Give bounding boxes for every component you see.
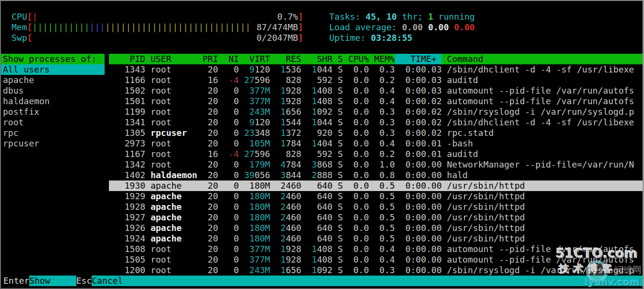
header-pri[interactable]: PRI — [197, 54, 218, 64]
cell-mem-percent: 0.4 — [369, 138, 395, 149]
process-row[interactable]: 2973 root 20 0 105M 1784 1404 S 0.0 0.4 … — [109, 138, 643, 149]
cell-state: S — [333, 159, 343, 170]
cell-state: S — [333, 96, 343, 107]
cell-pid: 2973 — [109, 138, 145, 149]
cell-mem-percent: 0.2 — [369, 149, 395, 159]
function-bar-item[interactable]: EnterShow — [1, 276, 76, 286]
process-row[interactable]: 1166 root 16 -4 27596 828 592 S 0.0 0.2 … — [109, 75, 643, 85]
user-item-label: rpcuser — [3, 138, 39, 148]
user-filter-item[interactable]: root — [1, 117, 105, 128]
user-filter-item[interactable]: postfix — [1, 107, 105, 117]
cell-command: automount --pid-file /var/run/autofs — [441, 244, 643, 254]
header-time-sort-active[interactable]: TIME+ — [395, 54, 442, 64]
user-filter-item[interactable]: dbus — [1, 85, 105, 96]
cell-pid: 1508 — [109, 244, 145, 254]
process-row[interactable]: 1924 apache 20 0 180M 2460 640 S 0.0 0.5… — [109, 233, 643, 244]
cell-pid: 1502 — [109, 85, 145, 96]
cell-command: /usr/sbin/httpd — [441, 181, 643, 191]
process-row[interactable]: 1501 root 20 0 377M 1928 1408 S 0.0 0.4 … — [109, 96, 643, 107]
process-row[interactable]: 1199 root 20 0 243M 1656 1092 S 0.0 0.3 … — [109, 107, 643, 117]
swap-meter-open-bracket: [ — [27, 33, 33, 43]
header-pid[interactable]: PID — [109, 54, 145, 64]
cell-res: 4784 — [270, 159, 301, 170]
header-cpu-percent[interactable]: CPU% — [343, 54, 369, 64]
cell-shr: 2888 — [301, 170, 333, 181]
cell-pri: 20 — [197, 138, 218, 149]
user-filter-item[interactable]: All users — [1, 64, 105, 75]
process-row[interactable]: 1929 apache 20 0 180M 2460 640 S 0.0 0.5… — [109, 191, 643, 202]
header-shr[interactable]: SHR — [301, 54, 333, 64]
user-filter-item[interactable]: apache — [1, 75, 105, 85]
uptime-value: 03:28:55 — [371, 33, 413, 43]
process-row[interactable]: 1508 root 20 0 377M 1928 1408 S 0.0 0.4 … — [109, 244, 643, 254]
cell-time: 0:00.00 — [395, 212, 442, 223]
cell-command: NetworkManager --pid-file=/var/run/N — [441, 159, 643, 170]
header-command[interactable]: Command — [441, 54, 643, 64]
process-table-body: 1343 root 20 0 9120 1536 1044 S 0.0 0.3 … — [109, 64, 643, 276]
cell-state: S — [333, 181, 343, 191]
cell-pri: 20 — [197, 107, 218, 117]
user-filter-item[interactable]: haldaemon — [1, 96, 105, 107]
process-row[interactable]: 1928 apache 20 0 180M 2460 640 S 0.0 0.5… — [109, 202, 643, 212]
cell-mem-percent: 0.3 — [369, 265, 395, 276]
process-row[interactable]: 1930 apache 20 0 180M 2460 640 S 0.0 0.5… — [109, 181, 643, 191]
header-virt[interactable]: VIRT — [239, 54, 270, 64]
tasks-thr-label: thr; — [397, 12, 428, 22]
process-row[interactable]: 1342 root 20 0 179M 4784 3868 S 0.0 1.0 … — [109, 159, 643, 170]
cpu-meter-close-bracket: ] — [298, 12, 303, 22]
process-row[interactable]: 1343 root 20 0 9120 1536 1044 S 0.0 0.3 … — [109, 64, 643, 75]
swap-meter-label: Swp — [12, 33, 27, 43]
mem-meter-bar: ||||||||||||||||||||||||||||||||||||||||… — [32, 22, 298, 33]
cell-time: 0:00.03 — [395, 75, 442, 85]
process-row[interactable]: 1926 apache 20 0 180M 2460 640 S 0.0 0.5… — [109, 223, 643, 233]
cell-res: 1928 — [270, 85, 301, 96]
mem-meter-open-bracket: [ — [27, 22, 33, 33]
header-res[interactable]: RES — [270, 54, 301, 64]
cpu-meter-bar: |0.7% — [32, 12, 298, 22]
process-row[interactable]: 1200 root 20 0 243M 1656 1092 S 0.0 0.3 … — [109, 265, 643, 276]
user-item-label: haldaemon — [3, 96, 50, 106]
header-mem-percent[interactable]: MEM% — [369, 54, 395, 64]
swap-meter-value: 0/2047MB — [256, 33, 298, 43]
cell-user: rpcuser — [145, 128, 197, 138]
cell-res: 2460 — [270, 212, 301, 223]
cell-user: root — [145, 96, 197, 107]
header-ni[interactable]: NI — [218, 54, 239, 64]
cell-virt: 23348 — [239, 128, 270, 138]
cell-mem-percent: 0.4 — [369, 85, 395, 96]
process-row[interactable]: 1305 rpcuser 20 0 23348 1372 920 S 0.0 0… — [109, 128, 643, 138]
process-row[interactable]: 1341 root 20 0 9120 1544 1044 S 0.0 0.3 … — [109, 117, 643, 128]
process-row[interactable]: 1502 root 20 0 377M 1928 1408 S 0.0 0.4 … — [109, 85, 643, 96]
cell-shr: 1092 — [301, 107, 333, 117]
cell-pri: 20 — [197, 96, 218, 107]
cell-user: haldaemon — [145, 170, 197, 181]
cell-ni: 0 — [218, 212, 239, 223]
cell-res: 1372 — [270, 128, 301, 138]
user-item-label: root — [3, 117, 24, 127]
user-filter-item[interactable]: rpc — [1, 128, 105, 138]
cell-virt: 27596 — [239, 75, 270, 85]
cell-time: 0:00.01 — [395, 138, 442, 149]
user-filter-item[interactable]: rpcuser — [1, 138, 105, 149]
header-state[interactable]: S — [333, 54, 343, 64]
process-row[interactable]: 1167 root 16 -4 27596 828 592 S 0.0 0.2 … — [109, 149, 643, 159]
process-table-header: PID USER PRI NI VIRT RES SHR S CPU% MEM%… — [109, 54, 643, 64]
process-row[interactable]: 1505 root 20 0 377M 1928 1408 S 0.0 0.4 … — [109, 254, 643, 265]
cell-state: S — [333, 223, 343, 233]
process-row[interactable]: 1402 haldaemon 20 0 39056 3844 2888 S 0.… — [109, 170, 643, 181]
cell-shr: 1408 — [301, 254, 333, 265]
cell-state: S — [333, 244, 343, 254]
cell-pid: 1402 — [109, 170, 145, 181]
function-bar-item[interactable]: EscCancel — [76, 276, 643, 286]
cell-res: 2460 — [270, 223, 301, 233]
cell-state: S — [333, 149, 343, 159]
cell-virt: 105M — [239, 138, 270, 149]
header-user[interactable]: USER — [145, 54, 197, 64]
cell-state: S — [333, 64, 343, 75]
cell-time: 0:00.02 — [395, 117, 442, 128]
cell-shr: 3868 — [301, 159, 333, 170]
process-row[interactable]: 1927 apache 20 0 180M 2460 640 S 0.0 0.5… — [109, 212, 643, 223]
tasks-label: Tasks: — [329, 12, 366, 22]
user-item-label: dbus — [3, 85, 24, 96]
cell-mem-percent: 0.4 — [369, 96, 395, 107]
